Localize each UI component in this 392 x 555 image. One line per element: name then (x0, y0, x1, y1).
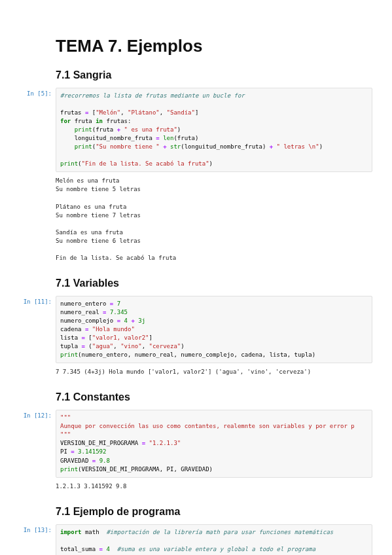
code-input[interactable]: numero_entero = 7 numero_real = 7.345 nu… (56, 296, 372, 363)
output-cell: 7 7.345 (4+3j) Hola mundo ['valor1, valo… (20, 365, 372, 380)
input-prompt: In [13]: (20, 524, 56, 555)
input-prompt: In [11]: (20, 296, 56, 363)
section-heading: 7.1 Constantes (56, 391, 372, 403)
input-prompt: In [12]: (20, 410, 56, 477)
code-input[interactable]: import math #importación de la librería … (56, 524, 372, 555)
notebook-page: TEMA 7. Ejemplos 7.1 Sangria In [5]: #re… (0, 0, 392, 555)
code-output: Melón es una fruta Su nombre tiene 5 let… (56, 173, 372, 265)
code-input[interactable]: #recorremos la lista de frutas mediante … (56, 88, 372, 172)
code-output: 7 7.345 (4+3j) Hola mundo ['valor1, valo… (56, 365, 372, 380)
page-title: TEMA 7. Ejemplos (56, 36, 372, 56)
output-prompt (20, 479, 56, 494)
section-heading: 7.1 Variables (56, 278, 372, 289)
output-prompt (20, 365, 56, 380)
output-prompt (20, 173, 56, 265)
code-cell: In [13]: import math #importación de la … (20, 524, 372, 555)
output-cell: Melón es una fruta Su nombre tiene 5 let… (20, 173, 372, 265)
section-heading: 7.1 Ejemplo de programa (56, 506, 372, 518)
input-prompt: In [5]: (20, 88, 56, 172)
code-cell: In [11]: numero_entero = 7 numero_real =… (20, 296, 372, 363)
code-cell: In [12]: """ Aunque por convección las u… (20, 410, 372, 477)
code-cell: In [5]: #recorremos la lista de frutas m… (20, 88, 372, 172)
code-output: 1.2.1.3 3.141592 9.8 (56, 479, 372, 494)
code-input[interactable]: """ Aunque por convección las uso como c… (56, 410, 372, 477)
output-cell: 1.2.1.3 3.141592 9.8 (20, 479, 372, 494)
section-heading: 7.1 Sangria (56, 69, 372, 81)
